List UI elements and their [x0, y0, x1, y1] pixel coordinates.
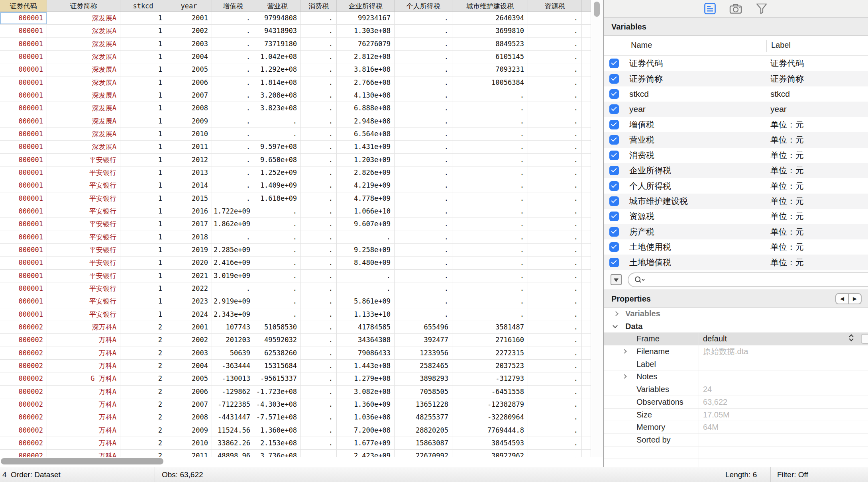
variable-list-item[interactable]: 房产税单位：元	[604, 224, 868, 239]
table-cell[interactable]: 000001	[0, 167, 47, 179]
table-cell[interactable]: .	[395, 308, 452, 321]
table-cell[interactable]: 2015	[166, 192, 212, 205]
variable-list-item[interactable]: 土地使用税单位：元	[604, 239, 868, 255]
table-cell[interactable]: 1.066e+10	[337, 205, 395, 218]
table-cell[interactable]: .	[254, 270, 301, 282]
table-cell[interactable]: 000002	[0, 398, 47, 411]
table-cell[interactable]: .	[212, 51, 254, 63]
table-cell[interactable]: .	[395, 257, 452, 269]
table-cell[interactable]: .	[528, 270, 582, 282]
chevron-right-icon[interactable]	[622, 349, 626, 353]
table-cell[interactable]: 2017	[166, 218, 212, 231]
table-cell[interactable]: .	[301, 205, 337, 218]
table-cell[interactable]: 2016	[166, 205, 212, 218]
table-cell[interactable]: 33862.26	[212, 437, 254, 450]
variable-checkbox-checked[interactable]	[609, 89, 619, 99]
table-cell[interactable]: .	[212, 102, 254, 115]
table-cell[interactable]: 1	[120, 179, 166, 192]
table-cell[interactable]: 万科A	[47, 411, 120, 424]
column-header-grsds[interactable]: 个人所得税	[395, 0, 452, 12]
variables-search-input[interactable]	[628, 272, 868, 287]
table-cell[interactable]: .	[452, 244, 528, 257]
table-cell[interactable]: .	[395, 128, 452, 141]
table-cell[interactable]: .	[452, 115, 528, 128]
table-cell[interactable]: .	[301, 386, 337, 398]
table-cell[interactable]: 000002	[0, 411, 47, 424]
table-cell[interactable]: G 万科A	[47, 372, 120, 385]
table-cell[interactable]: 平安银行	[47, 167, 120, 179]
table-cell[interactable]: 7.200e+08	[337, 424, 395, 437]
table-cell[interactable]: .	[452, 102, 528, 115]
table-cell[interactable]: .	[528, 102, 582, 115]
table-cell[interactable]: -7122385	[212, 398, 254, 411]
table-cell[interactable]: 79086433	[337, 347, 395, 360]
table-cell[interactable]: .	[528, 115, 582, 128]
table-cell[interactable]: -7.571e+08	[254, 411, 301, 424]
table-cell[interactable]: .	[395, 115, 452, 128]
table-cell[interactable]: 1.252e+09	[254, 167, 301, 179]
table-cell[interactable]: .	[301, 102, 337, 115]
table-cell[interactable]: 1	[120, 141, 166, 153]
table-cell[interactable]: 1.443e+08	[337, 360, 395, 372]
table-cell[interactable]: 000001	[0, 295, 47, 308]
table-cell[interactable]: .	[254, 308, 301, 321]
table-cell[interactable]: 000002	[0, 372, 47, 385]
variable-checkbox-checked[interactable]	[609, 258, 619, 267]
table-cell[interactable]: 655496	[395, 321, 452, 334]
table-cell[interactable]: .	[212, 76, 254, 89]
table-cell[interactable]: 3.816e+08	[337, 63, 395, 76]
variable-list-item[interactable]: 消费税单位：元	[604, 148, 868, 163]
table-cell[interactable]: 38454593	[452, 437, 528, 450]
table-cell[interactable]: 2582465	[395, 360, 452, 372]
table-cell[interactable]: .	[528, 167, 582, 179]
table-cell[interactable]: 000001	[0, 63, 47, 76]
table-cell[interactable]: .	[395, 244, 452, 257]
table-cell[interactable]: .	[528, 179, 582, 192]
table-cell[interactable]: 6.888e+08	[337, 102, 395, 115]
table-cell[interactable]: 000002	[0, 424, 47, 437]
table-cell[interactable]: 深发展A	[47, 141, 120, 153]
table-cell[interactable]: 1.292e+08	[254, 63, 301, 76]
variable-list-item[interactable]: 增值税单位：元	[604, 117, 868, 132]
table-cell[interactable]: 8.480e+09	[337, 257, 395, 269]
table-cell[interactable]: 1	[120, 218, 166, 231]
table-cell[interactable]: 000001	[0, 257, 47, 269]
table-cell[interactable]: .	[528, 308, 582, 321]
table-cell[interactable]: .	[528, 25, 582, 37]
table-cell[interactable]: .	[301, 51, 337, 63]
table-cell[interactable]: 000001	[0, 205, 47, 218]
table-cell[interactable]: .	[301, 347, 337, 360]
table-cell[interactable]: 1.042e+08	[254, 51, 301, 63]
table-cell[interactable]: 62538260	[254, 347, 301, 360]
variable-checkbox-checked[interactable]	[609, 181, 619, 191]
table-cell[interactable]: 4.778e+09	[337, 192, 395, 205]
table-cell[interactable]: .	[395, 38, 452, 51]
table-cell[interactable]: 2272315	[452, 347, 528, 360]
variable-checkbox-checked[interactable]	[609, 227, 619, 237]
table-cell[interactable]: .	[452, 205, 528, 218]
variable-list-item[interactable]: 城市维护建设税单位：元	[604, 194, 868, 209]
variable-list-item[interactable]: 个人所得税单位：元	[604, 178, 868, 193]
table-cell[interactable]: 2005	[166, 63, 212, 76]
table-cell[interactable]: 深发展A	[47, 89, 120, 102]
table-cell[interactable]: .	[301, 282, 337, 295]
table-cell[interactable]: .	[528, 192, 582, 205]
table-cell[interactable]: .	[528, 282, 582, 295]
table-cell[interactable]: 平安银行	[47, 282, 120, 295]
table-cell[interactable]: .	[337, 282, 395, 295]
chevron-right-icon[interactable]	[622, 374, 626, 379]
table-cell[interactable]: 2	[120, 372, 166, 385]
table-cell[interactable]: .	[254, 128, 301, 141]
table-cell[interactable]: .	[301, 218, 337, 231]
table-cell[interactable]: 平安银行	[47, 218, 120, 231]
variable-list-item[interactable]: 证券简称证券简称	[604, 71, 868, 86]
table-cell[interactable]: 平安银行	[47, 205, 120, 218]
table-cell[interactable]: -6451558	[452, 386, 528, 398]
table-cell[interactable]: 13651228	[395, 398, 452, 411]
table-cell[interactable]: 3898293	[395, 372, 452, 385]
properties-section-data[interactable]: Data	[604, 320, 868, 333]
table-cell[interactable]: 1	[120, 128, 166, 141]
table-cell[interactable]: .	[301, 192, 337, 205]
variable-checkbox-checked[interactable]	[609, 59, 619, 68]
table-cell[interactable]: .	[254, 257, 301, 269]
